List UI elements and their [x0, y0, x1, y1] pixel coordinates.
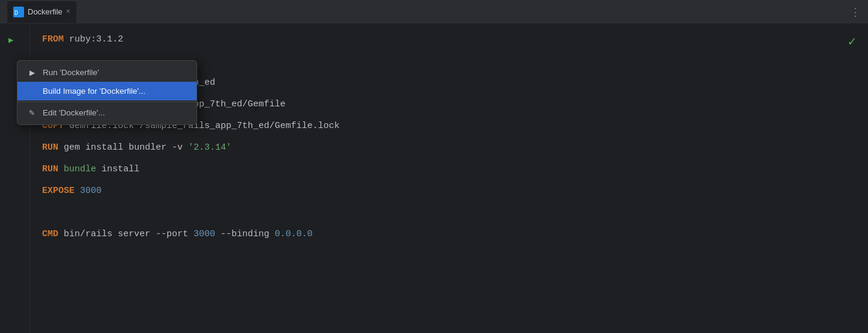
keyword-cmd: CMD [42, 224, 58, 245]
keyword-run-2: RUN [42, 159, 58, 180]
code-line-cmd: CMD bin/rails server --port 3000 --bindi… [42, 224, 868, 245]
code-line-expose: EXPOSE 3000 [42, 180, 868, 202]
from-value: ruby:3.1.2 [64, 29, 123, 50]
dockerfile-tab[interactable]: D Dockerfile × [7, 1, 76, 23]
edit-icon: ✎ [27, 109, 37, 117]
menu-item-run-label: Run 'Dockerfile' [43, 68, 99, 77]
menu-item-build[interactable]: Build Image for 'Dockerfile'... [17, 82, 197, 100]
menu-item-run[interactable]: ▶ Run 'Dockerfile' [17, 63, 197, 82]
more-options-button[interactable]: ⋮ [850, 5, 861, 19]
tab-group: D Dockerfile × [7, 1, 76, 23]
keyword-expose: EXPOSE [42, 180, 75, 202]
menu-item-build-label: Build Image for 'Dockerfile'... [43, 87, 145, 96]
run-icon: ▶ [27, 69, 37, 77]
tab-close-button[interactable]: × [66, 8, 70, 16]
menu-item-edit[interactable]: ✎ Edit 'Dockerfile'... [17, 103, 197, 122]
menu-item-edit-label: Edit 'Dockerfile'... [43, 108, 105, 117]
cmd-text1: bin/rails server --port [58, 224, 194, 245]
run-indicator-icon: ▶ [8, 35, 13, 45]
code-line-run-bundler: RUN gem install bundler -v '2.3.14' [42, 137, 868, 159]
validation-checkmark: ✓ [848, 34, 856, 50]
menu-divider [17, 102, 197, 102]
context-menu: ▶ Run 'Dockerfile' Build Image for 'Dock… [17, 60, 197, 125]
run-bundler-text: gem install bundler -v [58, 137, 188, 159]
cmd-port: 3000 [194, 224, 215, 245]
code-line-empty2 [42, 202, 868, 224]
expose-port: 3000 [75, 180, 102, 202]
bundle-keyword: bundle [58, 159, 96, 180]
code-editor[interactable]: FROM ruby:3.1.2 WORKDIR /sample_rails_ap… [30, 24, 868, 250]
code-line-run-bundle: RUN bundle install [42, 159, 868, 180]
editor-area: ▶ FROM ruby:3.1.2 WORKDIR /sample_rails_… [0, 24, 868, 333]
title-bar: D Dockerfile × ⋮ [0, 0, 868, 24]
cmd-text2: --binding [215, 224, 275, 245]
svg-text:D: D [14, 10, 18, 16]
bundler-version: '2.3.14' [188, 137, 231, 159]
code-line-from: FROM ruby:3.1.2 [42, 29, 868, 50]
cmd-binding: 0.0.0.0 [275, 224, 313, 245]
docker-file-icon: D [13, 7, 24, 17]
tab-title: Dockerfile [28, 7, 63, 16]
bundle-install-text: install [96, 159, 139, 180]
keyword-run-1: RUN [42, 137, 58, 159]
keyword-from: FROM [42, 29, 64, 50]
